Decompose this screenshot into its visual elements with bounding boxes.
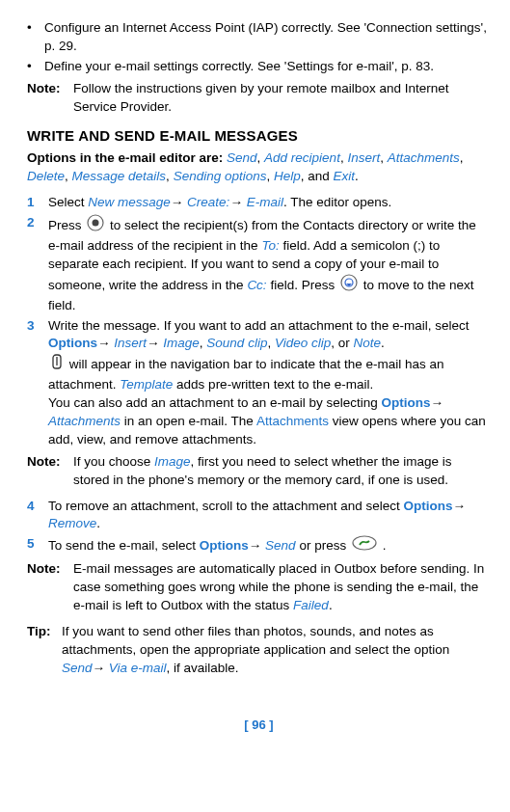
step-4: 4 To remove an attachment, scroll to the… — [27, 498, 491, 534]
bullet-email-settings: • Define your e-mail settings correctly.… — [27, 58, 491, 76]
note-text: E-mail messages are automatically placed… — [73, 560, 491, 615]
menu-image: Image — [163, 336, 200, 350]
tip-other-files: Tip: If you want to send other files tha… — [27, 623, 491, 678]
step-text: Select New message→ Create:→ E-mail. The… — [48, 194, 491, 212]
option-delete: Delete — [27, 169, 65, 183]
option-insert: Insert — [347, 150, 380, 165]
options-intro: Options in the e-mail editor are: Send, … — [27, 149, 491, 186]
attachment-icon — [50, 353, 64, 376]
scroll-down-icon — [340, 274, 358, 297]
note-label: Note: — [27, 560, 73, 615]
note-label: Note: — [27, 80, 73, 117]
tip-text: If you want to send other files than pho… — [62, 623, 491, 678]
menu-send: Send — [265, 538, 296, 553]
step-text: To send the e-mail, select Options→ Send… — [48, 535, 491, 556]
menu-email: E-mail — [247, 195, 283, 209]
field-cc: Cc: — [247, 277, 266, 291]
note-image: Note: If you choose Image, first you nee… — [27, 453, 491, 490]
svg-point-6 — [353, 536, 376, 550]
menu-new-message: New message — [88, 195, 171, 209]
step-number: 3 — [27, 317, 48, 449]
tip-label: Tip: — [27, 623, 62, 678]
bullet-text: Configure an Internet Access Point (IAP)… — [44, 19, 491, 56]
note-text: Follow the instructions given by your re… — [73, 80, 491, 117]
menu-remove: Remove — [48, 516, 96, 530]
option-add-recipient: Add recipient — [264, 150, 340, 165]
menu-options: Options — [403, 499, 452, 513]
option-help: Help — [274, 169, 301, 183]
section-heading: WRITE AND SEND E-MAIL MESSAGES — [27, 125, 491, 146]
option-sending-options: Sending options — [174, 169, 267, 183]
bullet-iap: • Configure an Internet Access Point (IA… — [27, 19, 491, 56]
note-text: If you choose Image, first you need to s… — [73, 453, 491, 490]
menu-via-email: Via e-mail — [109, 661, 167, 675]
option-send: Send — [227, 150, 257, 165]
menu-image: Image — [154, 454, 191, 469]
menu-sound-clip: Sound clip — [206, 336, 267, 350]
menu-options: Options — [381, 395, 430, 410]
call-key-icon — [352, 535, 377, 556]
step-number: 4 — [27, 498, 48, 534]
step-number: 2 — [27, 214, 48, 314]
options-label: Options in the e-mail editor are: — [27, 150, 227, 165]
menu-options: Options — [48, 336, 97, 350]
step-2: 2 Press to select the recipient(s) from … — [27, 214, 491, 314]
field-to: To: — [261, 238, 279, 253]
step-1: 1 Select New message→ Create:→ E-mail. T… — [27, 194, 491, 212]
bullet-marker: • — [27, 19, 44, 56]
menu-note: Note — [353, 336, 381, 350]
step-text: Write the message. If you want to add an… — [48, 317, 491, 449]
note-outbox: Note: E-mail messages are automatically … — [27, 560, 491, 615]
bullet-text: Define your e-mail settings correctly. S… — [44, 58, 491, 76]
option-attachments: Attachments — [388, 150, 460, 165]
menu-template: Template — [120, 377, 173, 392]
menu-insert: Insert — [114, 336, 147, 350]
svg-point-1 — [93, 220, 99, 227]
page-number: [ 96 ] — [27, 717, 491, 734]
option-exit: Exit — [334, 169, 356, 183]
bullet-marker: • — [27, 58, 44, 76]
step-3: 3 Write the message. If you want to add … — [27, 317, 491, 449]
menu-video-clip: Video clip — [275, 336, 331, 350]
step-text: Press to select the recipient(s) from th… — [48, 214, 491, 314]
menu-send: Send — [62, 661, 93, 675]
step-text: To remove an attachment, scroll to the a… — [48, 498, 491, 534]
option-message-details: Message details — [72, 169, 167, 183]
step-number: 1 — [27, 194, 48, 212]
note-label: Note: — [27, 453, 73, 490]
menu-options: Options — [200, 538, 249, 553]
step-5: 5 To send the e-mail, select Options→ Se… — [27, 535, 491, 556]
menu-create: Create: — [187, 195, 229, 209]
joystick-icon — [87, 214, 104, 237]
view-attachments: Attachments — [256, 414, 329, 428]
menu-attachments: Attachments — [48, 414, 121, 428]
step-number: 5 — [27, 535, 48, 556]
note-provider: Note: Follow the instructions given by y… — [27, 80, 491, 117]
status-failed: Failed — [293, 598, 329, 612]
svg-point-2 — [341, 275, 357, 290]
